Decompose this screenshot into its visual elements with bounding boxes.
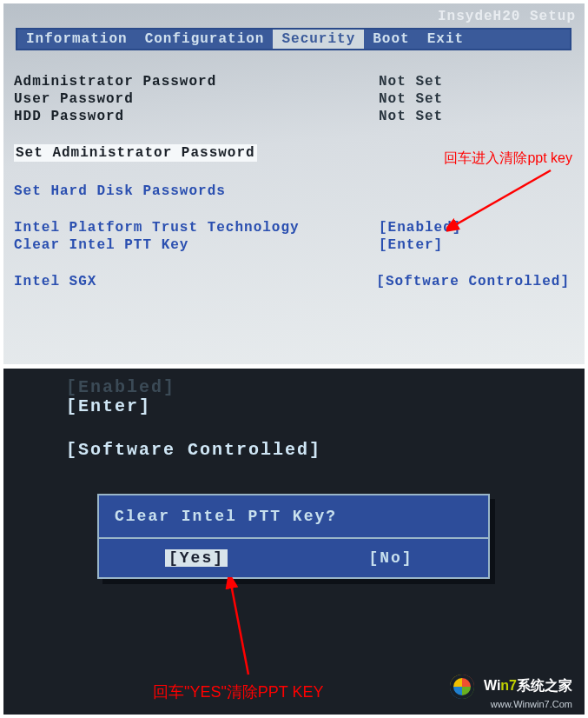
dialog-yes-button[interactable]: [Yes] <box>99 549 294 567</box>
brand-text-c: 系统之家 <box>517 678 572 693</box>
dialog-no-label: [No] <box>368 549 413 567</box>
label-hdd-password: HDD Password <box>14 108 379 125</box>
brand-url: www.Winwin7.Com <box>450 699 572 709</box>
brand-text-a: Wi <box>484 678 500 693</box>
label-clear-ptt-key: Clear Intel PTT Key <box>14 236 379 254</box>
label-intel-ptt: Intel Platform Trust Technology <box>14 219 379 236</box>
line-enter: [Enter] <box>66 396 151 416</box>
bios-dialog-bottom-screenshot: [Enabled] [Enter] [Software Controlled] … <box>3 369 585 715</box>
tab-security[interactable]: Security <box>273 30 364 49</box>
dialog-no-button[interactable]: [No] <box>294 549 488 567</box>
tab-exit[interactable]: Exit <box>419 30 472 49</box>
value-admin-password: Not Set <box>379 73 443 90</box>
value-hdd-password: Not Set <box>379 108 443 125</box>
tab-information[interactable]: Information <box>17 30 136 49</box>
confirm-dialog: Clear Intel PTT Key? [Yes] [No] <box>97 494 490 579</box>
value-intel-ptt: [Enabled] <box>379 219 461 236</box>
row-intel-ptt[interactable]: Intel Platform Trust Technology [Enabled… <box>14 219 570 236</box>
watermark-brand: Win7系统之家 www.Winwin7.Com <box>450 675 572 709</box>
tab-configuration[interactable]: Configuration <box>136 30 274 49</box>
value-intel-sgx: [Software Controlled] <box>376 273 570 290</box>
label-user-password: User Password <box>14 90 379 108</box>
row-hdd-password: HDD Password Not Set <box>14 108 570 125</box>
row-clear-ptt-key[interactable]: Clear Intel PTT Key [Enter] <box>14 236 570 254</box>
menu-set-admin-password[interactable]: Set Administrator Password <box>14 144 257 162</box>
bios-setup-title: InsydeH20 Setup <box>438 9 576 24</box>
row-admin-password: Administrator Password Not Set <box>14 73 570 90</box>
dialog-title: Clear Intel PTT Key? <box>99 495 488 539</box>
line-software-controlled: [Software Controlled] <box>66 440 321 460</box>
tab-boot[interactable]: Boot <box>364 30 418 49</box>
dialog-options: [Yes] [No] <box>99 539 488 577</box>
row-set-hdd-passwords[interactable]: Set Hard Disk Passwords <box>14 183 570 200</box>
bios-security-body: Administrator Password Not Set User Pass… <box>14 73 570 290</box>
value-user-password: Not Set <box>379 90 443 108</box>
menu-set-hdd-passwords[interactable]: Set Hard Disk Passwords <box>14 183 226 200</box>
annotation-top: 回车进入清除ppt key <box>444 150 572 168</box>
value-clear-ptt-key: [Enter] <box>379 236 443 254</box>
bios-tab-bar: Information Configuration Security Boot … <box>16 28 571 50</box>
row-intel-sgx[interactable]: Intel SGX [Software Controlled] <box>14 273 570 290</box>
bios-setup-top-screenshot: InsydeH20 Setup Information Configuratio… <box>3 3 585 364</box>
label-admin-password: Administrator Password <box>14 73 379 90</box>
row-user-password: User Password Not Set <box>14 90 570 108</box>
dialog-yes-label: [Yes] <box>165 549 228 567</box>
windows-icon <box>450 675 474 699</box>
line-enabled-dim: [Enabled] <box>66 377 175 397</box>
arrow-icon <box>208 577 261 681</box>
label-intel-sgx: Intel SGX <box>14 273 376 290</box>
annotation-bottom: 回车"YES"清除PPT KEY <box>153 681 324 702</box>
brand-text-b: n7 <box>500 678 517 693</box>
svg-line-1 <box>231 584 248 675</box>
